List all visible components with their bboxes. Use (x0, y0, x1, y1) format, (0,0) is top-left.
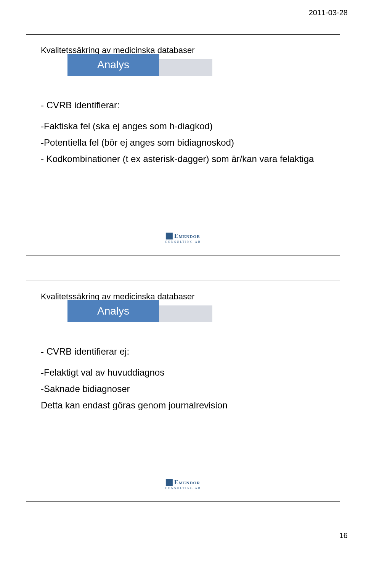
slide: Kvalitetssäkring av medicinska databaser… (26, 34, 340, 255)
logo-square-icon (166, 233, 173, 239)
content-line: -Saknade bidiagnoser (41, 382, 325, 395)
document-page: 2011-03-28 Kvalitetssäkring av medicinsk… (0, 0, 366, 546)
banner-label: Analys (67, 54, 159, 76)
slide-content: - CVRB identifierar ej: -Felaktigt val a… (41, 345, 325, 411)
slide-content: - CVRB identifierar: -Faktiska fel (ska … (41, 99, 325, 165)
logo: Emendor CONSULTING AB (165, 233, 201, 244)
logo: Emendor CONSULTING AB (165, 479, 201, 490)
logo-top: Emendor (165, 479, 201, 486)
banner-label: Analys (67, 300, 159, 322)
content-line: - CVRB identifierar: (41, 99, 325, 111)
content-line: - Kodkombinationer (t ex asterisk-dagger… (41, 153, 325, 165)
logo-top: Emendor (165, 233, 201, 239)
content-line: Detta kan endast göras genom journalrevi… (41, 399, 325, 411)
content-line: - CVRB identifierar ej: (41, 345, 325, 358)
logo-subtitle: CONSULTING AB (165, 241, 201, 244)
banner-wrap: Analys (67, 59, 212, 76)
date-header: 2011-03-28 (309, 8, 348, 17)
content-line: -Felaktigt val av huvuddiagnos (41, 366, 325, 379)
logo-name: Emendor (174, 233, 200, 239)
slide: Kvalitetssäkring av medicinska databaser… (26, 281, 340, 502)
page-number: 16 (339, 531, 348, 540)
content-line: -Faktiska fel (ska ej anges som h-diagko… (41, 120, 325, 132)
logo-name: Emendor (174, 479, 200, 485)
slides-container: Kvalitetssäkring av medicinska databaser… (0, 0, 366, 546)
content-line: -Potentiella fel (bör ej anges som bidia… (41, 136, 325, 149)
banner-wrap: Analys (67, 305, 212, 322)
logo-square-icon (166, 479, 173, 486)
logo-subtitle: CONSULTING AB (165, 487, 201, 490)
